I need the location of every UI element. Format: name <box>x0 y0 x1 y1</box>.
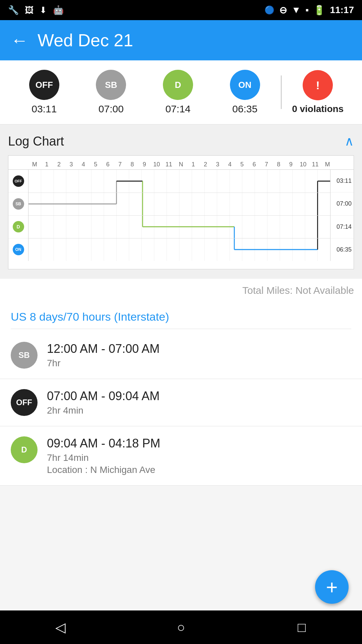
entry-duration-off: 2hr 4min <box>47 405 351 416</box>
chart-value-d: 07:14 <box>330 216 354 238</box>
chart-svg-area <box>28 170 330 261</box>
bluetooth-icon: 🔵 <box>264 5 275 15</box>
wrench-icon: 🔧 <box>8 5 19 15</box>
android-icon: 🤖 <box>53 5 64 15</box>
entry-details-d: 09:04 AM - 04:18 PM 7hr 14min Location :… <box>47 436 351 475</box>
status-bar-icons-right: 🔵 ⊖ ▼ ▪ 🔋 11:17 <box>264 5 354 16</box>
sb-time: 07:00 <box>99 103 124 115</box>
off-circle: OFF <box>29 70 59 100</box>
clock: 11:17 <box>330 5 354 15</box>
app-bar: ← Wed Dec 21 <box>0 20 362 60</box>
status-bar-icons-left: 🔧 🖼 ⬇ 🤖 <box>8 5 64 15</box>
download-icon: ⬇ <box>40 5 47 15</box>
page-title: Wed Dec 21 <box>38 30 133 50</box>
nav-home-button[interactable]: ○ <box>168 614 194 641</box>
back-button[interactable]: ← <box>11 30 28 50</box>
minus-circle-icon: ⊖ <box>279 5 287 16</box>
violations-label: 0 violations <box>292 104 344 114</box>
add-fab-button[interactable]: + <box>315 570 349 604</box>
chevron-up-icon[interactable]: ∧ <box>345 134 354 149</box>
d-time: 07:14 <box>165 103 190 115</box>
entry-circle-d: D <box>11 436 38 463</box>
sb-circle: SB <box>96 70 126 100</box>
sim-icon: ▪ <box>305 5 309 15</box>
entry-time-off: 07:00 AM - 09:04 AM <box>47 389 351 403</box>
violations-circle: ! <box>303 70 333 100</box>
chart-row-sb: SB <box>13 198 24 210</box>
log-chart-section: Log Chart ∧ M 1 2 3 4 5 6 7 8 9 10 11 N … <box>0 124 362 279</box>
back-nav-icon: ◁ <box>55 620 66 635</box>
off-time: 03:11 <box>32 103 57 115</box>
time-label-M1: M <box>28 161 41 168</box>
nav-bar: ◁ ○ □ <box>0 610 362 644</box>
recents-nav-icon: □ <box>298 620 306 635</box>
status-item-on: ON 06:35 <box>212 70 279 115</box>
log-entry-d: D 09:04 AM - 04:18 PM 7hr 14min Location… <box>0 426 362 486</box>
on-time: 06:35 <box>232 103 257 115</box>
status-bar: 🔧 🖼 ⬇ 🤖 🔵 ⊖ ▼ ▪ 🔋 11:17 <box>0 0 362 20</box>
entry-circle-sb: SB <box>11 342 38 369</box>
entry-time-sb: 12:00 AM - 07:00 AM <box>47 342 351 356</box>
chart-row-off: OFF <box>13 175 24 187</box>
entry-time-d: 09:04 AM - 04:18 PM <box>47 436 351 450</box>
status-item-off: OFF 03:11 <box>11 70 78 115</box>
log-chart-container: M 1 2 3 4 5 6 7 8 9 10 11 N 1 2 3 4 5 6 … <box>8 155 354 269</box>
hos-rule-text: US 8 days/70 hours (Interstate) <box>11 310 351 329</box>
status-item-violations: ! 0 violations <box>284 70 351 114</box>
d-circle: D <box>163 70 193 100</box>
chart-value-on: 06:35 <box>330 238 354 261</box>
chart-row-values: 03:11 07:00 07:14 06:35 <box>330 170 354 261</box>
chart-row-on: ON <box>13 244 24 255</box>
add-icon: + <box>326 576 338 599</box>
battery-icon: 🔋 <box>313 5 325 16</box>
home-nav-icon: ○ <box>177 620 185 635</box>
chart-value-off: 03:11 <box>330 170 354 193</box>
wifi-icon: ▼ <box>292 5 301 15</box>
log-chart-header: Log Chart ∧ <box>8 134 354 149</box>
log-entry-off: OFF 07:00 AM - 09:04 AM 2hr 4min <box>0 379 362 426</box>
status-item-sb: SB 07:00 <box>78 70 145 115</box>
status-item-d: D 07:14 <box>144 70 212 115</box>
nav-recents-button[interactable]: □ <box>288 614 315 641</box>
status-divider <box>281 75 282 109</box>
entry-details-sb: 12:00 AM - 07:00 AM 7hr <box>47 342 351 369</box>
image-icon: 🖼 <box>25 5 34 15</box>
nav-back-button[interactable]: ◁ <box>47 614 74 641</box>
log-chart-title: Log Chart <box>8 134 64 149</box>
chart-row-d: D <box>13 221 24 232</box>
chart-value-sb: 07:00 <box>330 193 354 215</box>
entry-details-off: 07:00 AM - 09:04 AM 2hr 4min <box>47 389 351 416</box>
log-entry-sb: SB 12:00 AM - 07:00 AM 7hr <box>0 332 362 379</box>
on-circle: ON <box>230 70 260 100</box>
log-entries-list: SB 12:00 AM - 07:00 AM 7hr OFF 07:00 AM … <box>0 332 362 486</box>
entry-duration-sb: 7hr <box>47 358 351 369</box>
total-miles: Total Miles: Not Available <box>0 279 362 302</box>
hos-rule-section: US 8 days/70 hours (Interstate) <box>0 302 362 332</box>
entry-duration-d: 7hr 14min <box>47 452 351 463</box>
entry-circle-off: OFF <box>11 389 38 416</box>
entry-location-d: Location : N Michigan Ave <box>47 465 351 475</box>
status-summary-row: OFF 03:11 SB 07:00 D 07:14 ON 06:35 ! 0 … <box>0 60 362 124</box>
